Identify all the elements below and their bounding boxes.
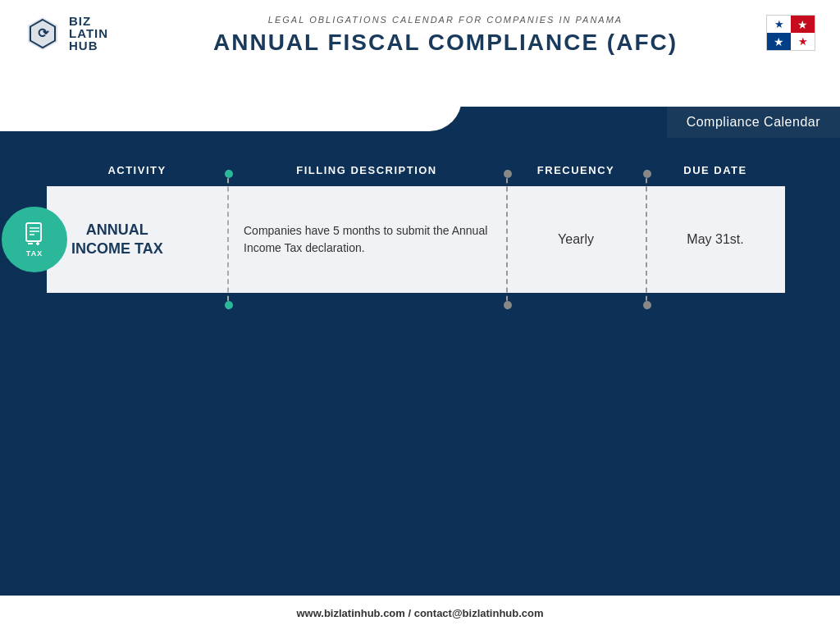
logo-biz: BIZ (69, 15, 108, 27)
col-header-duedate: DUE DATE (646, 164, 785, 176)
tax-document-icon (21, 221, 48, 248)
footer-text: www.bizlatinhub.com / contact@bizlatinhu… (296, 607, 543, 619)
cell-description: Companies have 5 months to submit the An… (227, 186, 506, 293)
flag-white-top-left: ★ (767, 16, 791, 33)
header: ⟳ BIZ LATIN HUB LEGAL OBLIGATIONS CALEND… (0, 0, 840, 107)
logo-latin: LATIN (69, 27, 108, 39)
page-wrapper: ⟳ BIZ LATIN HUB LEGAL OBLIGATIONS CALEND… (0, 0, 840, 630)
cell-activity: ANNUAL INCOME TAX (47, 186, 227, 293)
activity-text: ANNUAL INCOME TAX (71, 221, 163, 259)
table-container: ACTIVITY FILLING DESCRIPTION FRECUENCY D… (39, 164, 801, 293)
table-headers: ACTIVITY FILLING DESCRIPTION FRECUENCY D… (47, 164, 801, 186)
table-row: ANNUAL INCOME TAX Companies have 5 month… (47, 186, 785, 293)
logo-hex-icon: ⟳ (25, 16, 61, 52)
tax-icon-circle: TAX (2, 207, 67, 272)
footer: www.bizlatinhub.com / contact@bizlatinhu… (0, 596, 840, 630)
description-text: Companies have 5 months to submit the An… (244, 222, 490, 257)
table-row-wrapper: TAX ANNUAL INCOME TAX (39, 186, 801, 293)
tax-icon-inner: TAX (21, 221, 48, 258)
flag-red-top-right: ★ (791, 16, 815, 33)
logo-area: ⟳ BIZ LATIN HUB (25, 15, 108, 52)
frequency-text: Yearly (558, 232, 594, 247)
col-header-activity: ACTIVITY (47, 164, 227, 176)
cell-duedate: May 31st. (646, 186, 785, 293)
cell-frequency: Yearly (506, 186, 646, 293)
duedate-text: May 31st. (687, 232, 743, 247)
subtitle: LEGAL OBLIGATIONS CALENDAR FOR COMPANIES… (268, 15, 623, 25)
col-header-filling: FILLING DESCRIPTION (227, 164, 506, 176)
svg-text:⟳: ⟳ (38, 26, 49, 40)
logo-hub: HUB (69, 39, 108, 52)
flag-star-blue: ★ (774, 36, 784, 48)
col-header-frequency: FRECUENCY (506, 164, 646, 176)
flag-white-bottom-right: ★ (791, 33, 815, 50)
main-title: ANNUAL FISCAL COMPLIANCE (AFC) (213, 30, 678, 56)
flag-blue-bottom-left: ★ (767, 33, 791, 50)
svg-rect-3 (26, 223, 41, 241)
flag-star-white: ★ (797, 19, 808, 30)
header-center: LEGAL OBLIGATIONS CALENDAR FOR COMPANIES… (108, 15, 766, 56)
tax-label: TAX (26, 249, 43, 258)
compliance-tag: Compliance Calendar (667, 107, 840, 138)
panama-flag: ★ ★ ★ ★ (766, 15, 815, 51)
logo-text: BIZ LATIN HUB (69, 15, 108, 52)
main-content: Compliance Calendar ACTIVITY FILLING DES… (0, 107, 840, 630)
